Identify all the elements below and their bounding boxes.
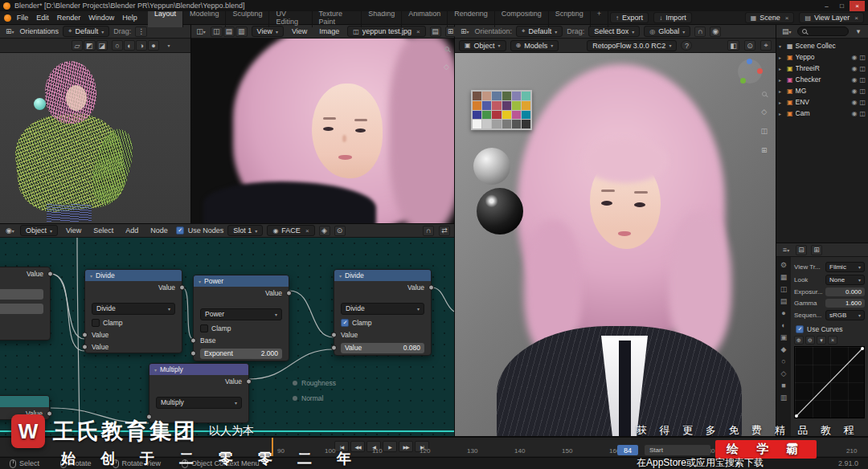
- properties-tab-view-layer[interactable]: ▤: [780, 297, 788, 305]
- play-button[interactable]: ▶: [383, 441, 397, 452]
- pan-hand-icon[interactable]: ◇: [444, 63, 449, 71]
- disclosure-icon[interactable]: ▸: [779, 77, 784, 83]
- properties-tab-particles[interactable]: ○: [781, 357, 785, 365]
- jump-start-button[interactable]: |◀: [334, 441, 349, 452]
- look-dropdown[interactable]: None▾: [825, 275, 865, 285]
- disclosure-icon[interactable]: ▸: [779, 100, 784, 105]
- collapse-icon[interactable]: ▾: [154, 367, 157, 373]
- shader-type-dropdown[interactable]: Object▾: [20, 225, 58, 236]
- properties-tab-data[interactable]: ▥: [780, 394, 788, 402]
- menu-add[interactable]: Add: [121, 226, 142, 235]
- menu-edit[interactable]: Edit: [32, 13, 53, 22]
- unlink-material-icon[interactable]: ×: [305, 227, 309, 234]
- filter-icon[interactable]: ▾: [853, 27, 864, 37]
- axis-y-dot[interactable]: [740, 78, 746, 84]
- disclosure-icon[interactable]: ▸: [779, 88, 784, 94]
- disclosure-icon[interactable]: ▸: [779, 55, 784, 60]
- hide-render-icon[interactable]: ◫: [859, 88, 866, 95]
- next-keyframe-button[interactable]: ▶▶: [399, 441, 413, 452]
- toggle-grid-icon[interactable]: ⊞: [761, 146, 768, 154]
- zoom-icon[interactable]: [444, 47, 449, 51]
- collapse-icon[interactable]: ▾: [90, 273, 92, 279]
- shading-options-icon[interactable]: ▾: [163, 40, 174, 51]
- editor-type-icon[interactable]: ◉▾: [4, 226, 16, 236]
- outliner-item-mg[interactable]: ▸▣MG◉◫: [776, 85, 868, 96]
- solid-shading-icon[interactable]: ◐: [124, 40, 135, 51]
- blender-logo-icon[interactable]: [4, 14, 11, 22]
- operation-dropdown[interactable]: Divide▾: [92, 303, 175, 315]
- image-view-icon[interactable]: ◫: [211, 27, 223, 37]
- operation-dropdown[interactable]: Divide▾: [341, 303, 424, 315]
- curve-zoom-in-icon[interactable]: ⊕: [794, 336, 804, 345]
- outliner-item-checker[interactable]: ▸▣Checker◉◫: [776, 74, 868, 85]
- clamp-checkbox[interactable]: [92, 319, 100, 327]
- node-math-divide-1[interactable]: ▾Divide Value Divide▾ Clamp Value Value: [84, 269, 182, 353]
- menu-image[interactable]: Image: [315, 27, 343, 36]
- material-shading-icon[interactable]: ◑: [136, 40, 147, 51]
- object-visibility-icon[interactable]: ◧: [727, 40, 739, 51]
- models-dropdown[interactable]: ⊕Models▾: [510, 40, 559, 51]
- properties-tab-tool[interactable]: ⚙: [780, 261, 787, 269]
- fake-user-icon[interactable]: ◈: [319, 226, 330, 236]
- navigation-gizmo[interactable]: [738, 59, 762, 84]
- outliner-item-yeppo[interactable]: ▸▣Yeppo◉◫: [776, 51, 868, 63]
- view-transform-dropdown[interactable]: Filmic▾: [825, 262, 865, 272]
- node-math-multiply[interactable]: ▾Multiply Value Multiply▾: [149, 363, 249, 423]
- editor-type-icon[interactable]: ⊞▾: [459, 27, 471, 37]
- axis-z-dot[interactable]: [747, 59, 752, 64]
- drag-dropdown[interactable]: Select Box▾: [588, 26, 640, 37]
- image-mask-icon[interactable]: ▥: [235, 27, 248, 37]
- mode-dropdown[interactable]: ▣Object▾: [459, 40, 506, 51]
- hide-render-icon[interactable]: ◫: [859, 99, 866, 106]
- hide-viewport-icon[interactable]: ◉: [851, 76, 857, 84]
- import-button[interactable]: ↓Import: [653, 12, 692, 23]
- overlays-icon[interactable]: ⊙: [744, 40, 755, 51]
- menu-select[interactable]: Select: [89, 226, 117, 235]
- node-face-value[interactable]: ▾FACE Value: [0, 395, 50, 420]
- prev-keyframe-button[interactable]: ◀◀: [350, 441, 365, 452]
- menu-render[interactable]: Render: [53, 13, 85, 22]
- image-mode-dropdown[interactable]: View▾: [252, 26, 284, 37]
- properties-tab-world[interactable]: ◐: [781, 321, 785, 329]
- gamma-field[interactable]: 1.600: [825, 299, 865, 308]
- curve-zoom-out-icon[interactable]: ⊖: [805, 336, 815, 345]
- current-frame-field[interactable]: 84: [617, 445, 638, 455]
- rendered-shading-icon[interactable]: ●: [148, 40, 159, 51]
- editor-type-icon[interactable]: ≡▾: [780, 245, 792, 255]
- menu-window[interactable]: Window: [84, 13, 118, 22]
- editor-type-icon[interactable]: ▤▾: [780, 27, 793, 37]
- exposure-field[interactable]: 0.000: [825, 288, 865, 296]
- value-field[interactable]: 1.380: [0, 289, 43, 300]
- unlink-image-icon[interactable]: ×: [416, 28, 420, 35]
- wireframe-shading-icon[interactable]: ○: [112, 40, 123, 51]
- node-math-power[interactable]: ▾Power Value Power▾ Clamp Base Exponent2…: [193, 275, 289, 361]
- rgb-curve-widget[interactable]: [794, 346, 865, 418]
- curve-tools-icon[interactable]: ▾: [817, 336, 826, 345]
- orientations-dropdown[interactable]: Orientations: [20, 27, 59, 35]
- editor-type-icon[interactable]: ◫▾: [195, 27, 207, 37]
- disclosure-icon[interactable]: ▸: [779, 111, 784, 116]
- orientation-dropdown[interactable]: ⌖Default▾: [516, 26, 563, 37]
- properties-tab-scene[interactable]: ●: [781, 309, 785, 317]
- disclosure-icon[interactable]: ▾: [779, 43, 784, 49]
- editor-type-icon[interactable]: ⊞▾: [4, 27, 16, 37]
- collapse-icon[interactable]: ▾: [199, 279, 201, 284]
- axis-x-dot[interactable]: [757, 68, 763, 74]
- hide-render-icon[interactable]: ◫: [859, 110, 866, 117]
- maximize-button[interactable]: □: [834, 1, 850, 11]
- select-tool-icon[interactable]: ▱: [72, 40, 83, 51]
- sequencer-dropdown[interactable]: sRGB▾: [825, 310, 865, 320]
- hide-render-icon[interactable]: ◫: [859, 65, 866, 72]
- properties-tab-object[interactable]: ▣: [780, 333, 788, 341]
- properties-tab-output[interactable]: ◫: [780, 285, 788, 293]
- menu-view[interactable]: View: [288, 27, 311, 36]
- curve-delete-icon[interactable]: ×: [828, 336, 837, 345]
- hide-viewport-icon[interactable]: ◉: [851, 65, 857, 72]
- outliner-search-input[interactable]: [797, 27, 849, 36]
- properties-tab-physics[interactable]: ◇: [781, 369, 787, 377]
- scene-selector[interactable]: ▦Scene×: [745, 12, 795, 23]
- node-value-partial[interactable]: Value 1.380 1.000 Value Value: [0, 267, 51, 341]
- unlink-scene-icon[interactable]: ×: [785, 14, 789, 22]
- start-frame-field[interactable]: Start: [645, 445, 710, 455]
- slot-dropdown[interactable]: Slot 1▾: [227, 225, 263, 236]
